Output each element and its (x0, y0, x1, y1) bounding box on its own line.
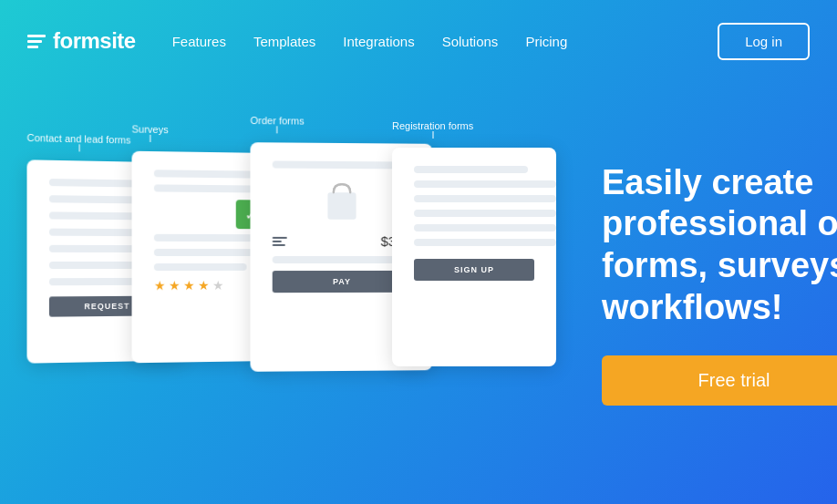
star-3: ★ (183, 278, 195, 293)
star-rating: ★ ★ ★ ★ ★ (154, 277, 264, 292)
card-line (414, 239, 556, 246)
main-content: Contact and lead forms REQUEST Surveys ✓ (0, 82, 837, 504)
header: formsite Features Templates Integrations… (0, 0, 837, 82)
hero-headline: Easily create professional online forms,… (602, 162, 837, 328)
card-line (414, 195, 556, 202)
star-2: ★ (169, 278, 181, 293)
nav-item-pricing[interactable]: Pricing (525, 34, 567, 49)
svg-rect-0 (327, 192, 356, 219)
card1-label: Contact and lead forms (27, 131, 131, 145)
nav-item-solutions[interactable]: Solutions (442, 34, 499, 49)
card2-label: Surveys (132, 123, 169, 135)
card4-label: Registration forms (392, 120, 473, 131)
card-line (154, 262, 247, 270)
main-nav: Features Templates Integrations Solution… (172, 34, 718, 49)
free-trial-button[interactable]: Free trial (602, 355, 837, 406)
star-1: ★ (154, 278, 166, 293)
logo-icon (27, 35, 46, 48)
card3-label: Order forms (250, 114, 304, 126)
signup-button: SIGN UP (414, 259, 534, 281)
card-line (414, 180, 556, 188)
hero-text: Easily create professional online forms,… (602, 162, 837, 406)
price-row: $300 (273, 232, 411, 248)
card-line (414, 224, 556, 231)
logo-text: formsite (53, 28, 136, 54)
card-line (414, 210, 556, 217)
checkbox-row: ✓ (154, 199, 264, 229)
nav-item-integrations[interactable]: Integrations (343, 34, 414, 49)
star-4: ★ (198, 278, 210, 293)
form-card-registration: Registration forms SIGN UP (392, 148, 556, 366)
pay-button: PAY (273, 270, 411, 292)
menu-icon (273, 236, 287, 245)
login-button[interactable]: Log in (718, 23, 810, 60)
card-line (414, 166, 528, 173)
star-5: ★ (212, 277, 224, 292)
bag-icon (319, 175, 365, 225)
logo[interactable]: formsite (27, 28, 136, 54)
forms-illustration: Contact and lead forms REQUEST Surveys ✓ (27, 116, 565, 453)
nav-item-templates[interactable]: Templates (253, 34, 315, 49)
nav-item-features[interactable]: Features (172, 34, 226, 49)
